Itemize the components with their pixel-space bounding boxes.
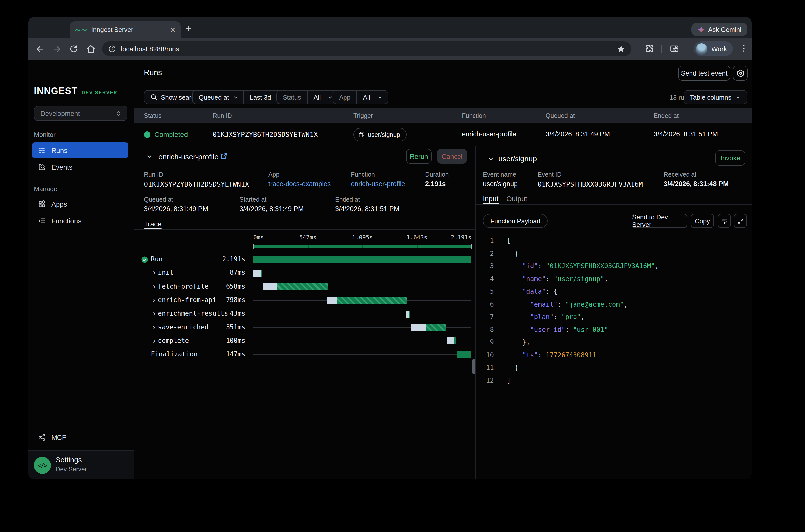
sidebar-item-functions[interactable]: Functions — [32, 213, 128, 228]
trace-span-row-enrichment-results[interactable]: enrichment-results43ms — [134, 307, 476, 321]
code-line: 1[ — [476, 237, 752, 250]
check-circle-icon — [141, 256, 148, 263]
code-line: 5 "data": { — [476, 288, 752, 300]
queued-at-filter-label[interactable]: Queued at — [193, 93, 233, 101]
url-text[interactable]: localhost:8288/runs — [121, 45, 617, 53]
trace-span-row-save-enriched[interactable]: save-enriched351ms — [134, 321, 476, 334]
table-row[interactable]: Completed 01KJXSYPZYB6TH2DSDSYETWN1X use… — [134, 124, 752, 146]
profile-chip[interactable]: Work — [694, 41, 733, 56]
tab-input[interactable]: Input — [483, 195, 498, 203]
app-filter[interactable]: App All — [333, 90, 388, 104]
run-id-value: 01KJXSYPZYB6TH2DSDSYETWN1X — [144, 180, 249, 188]
trace-span-row-complete[interactable]: complete100ms — [134, 335, 476, 348]
copy-button[interactable]: Copy — [691, 214, 714, 228]
track-line — [254, 354, 471, 355]
expand-chevron-icon[interactable] — [151, 284, 157, 289]
tab-close-icon[interactable]: ✕ — [170, 26, 176, 34]
status-filter[interactable]: Status All — [276, 90, 339, 104]
tab-title: Inngest Server — [91, 26, 170, 33]
span-track — [254, 307, 471, 321]
collapse-chevron-icon[interactable] — [487, 155, 494, 162]
column-header-run-id[interactable]: Run ID — [212, 112, 232, 119]
trace-span-row-init[interactable]: init87ms — [134, 266, 476, 280]
column-header-status[interactable]: Status — [144, 112, 162, 119]
back-icon[interactable] — [31, 44, 48, 54]
time-range-value[interactable]: Last 3d — [244, 93, 275, 101]
word-wrap-button[interactable] — [718, 214, 731, 228]
app-filter-value[interactable]: All — [357, 93, 377, 101]
sidebar-footer[interactable]: </> Settings Dev Server — [29, 450, 134, 479]
app-link[interactable]: trace-docs-examples — [268, 180, 331, 188]
column-header-ended-at[interactable]: Ended at — [654, 112, 678, 119]
sidebar-item-runs[interactable]: Runs — [32, 142, 128, 158]
site-info-icon[interactable] — [108, 45, 116, 53]
chevron-down-icon — [233, 94, 238, 100]
expand-chevron-icon[interactable] — [151, 338, 157, 344]
ask-gemini-button[interactable]: Ask Gemini — [691, 23, 747, 36]
sidebar-item-mcp[interactable]: MCP — [32, 430, 128, 445]
expand-chevron-icon[interactable] — [151, 270, 157, 276]
bookmark-star-icon[interactable] — [617, 44, 625, 53]
code-line: 3 "id": "01KJXSYPSFHBXX03GRJFV3A16M", — [476, 262, 752, 275]
app-filter-label: App — [333, 93, 356, 101]
invoke-button[interactable]: Invoke — [715, 150, 745, 166]
chevron-down-icon — [377, 94, 382, 100]
trace-span-row-enrich-from-api[interactable]: enrich-from-api798ms — [134, 293, 476, 307]
code-text: "name": "user/signup", — [507, 275, 608, 282]
cancel-button[interactable]: Cancel — [437, 149, 467, 164]
function-link[interactable]: enrich-user-profile — [351, 180, 405, 188]
browser-tab[interactable]: ∼∼ Inngest Server ✕ — [70, 21, 181, 38]
table-columns-button[interactable]: Table columns — [684, 90, 747, 104]
sidebar-item-apps[interactable]: Apps — [32, 196, 128, 211]
browser-menu-icon[interactable] — [739, 44, 748, 53]
trace-span-row-fetch-profile[interactable]: fetch-profile658ms — [134, 280, 476, 293]
column-header-function[interactable]: Function — [462, 112, 486, 119]
track-line — [254, 341, 471, 341]
time-filter[interactable]: Queued at Last 3d — [192, 90, 286, 104]
settings-gear-button[interactable] — [733, 66, 748, 81]
external-link-icon[interactable] — [220, 152, 227, 160]
sidebar-item-events[interactable]: Events — [32, 159, 128, 175]
received-at-value: 3/4/2026, 8:31:48 PM — [663, 180, 729, 188]
code-line: 7 "plan": "pro", — [476, 313, 752, 326]
code-line: 2 { — [476, 250, 752, 262]
column-header-queued-at[interactable]: Queued at — [546, 112, 575, 119]
event-name-label: Event name — [483, 171, 516, 178]
home-icon[interactable] — [82, 44, 99, 54]
avatar — [696, 43, 707, 55]
column-header-trigger[interactable]: Trigger — [354, 112, 373, 119]
span-duration: 147ms — [226, 350, 245, 358]
minimap-handle-right[interactable] — [471, 244, 472, 249]
trigger-pill[interactable]: user/signup — [354, 128, 407, 141]
side-panel-search-icon[interactable] — [670, 44, 679, 54]
function-payload-button[interactable]: Function Payload — [483, 214, 548, 228]
extensions-icon[interactable] — [645, 44, 654, 53]
send-to-dev-server-button[interactable]: Send to Dev Server — [632, 214, 687, 228]
sidebar-item-label: Apps — [51, 200, 67, 208]
expand-chevron-icon[interactable] — [151, 325, 157, 330]
chevron-down-icon — [735, 94, 741, 100]
send-test-event-button[interactable]: Send test event — [678, 66, 730, 81]
span-name: init — [158, 269, 173, 277]
trace-minimap[interactable] — [254, 245, 471, 248]
table-columns-label: Table columns — [690, 93, 731, 101]
settings-label[interactable]: Settings — [56, 456, 82, 464]
main-content: Runs Send test event Show search — [134, 60, 752, 479]
expand-chevron-icon[interactable] — [151, 311, 157, 317]
minimap-handle-left[interactable] — [253, 244, 254, 249]
collapse-chevron-icon[interactable] — [146, 153, 153, 160]
vertical-scrollbar[interactable] — [472, 359, 475, 374]
forward-icon[interactable] — [48, 44, 65, 54]
reload-icon[interactable] — [65, 44, 82, 53]
segment-run — [409, 310, 410, 317]
expand-button[interactable] — [734, 214, 747, 228]
expand-chevron-icon[interactable] — [151, 298, 157, 303]
new-tab-button[interactable]: + — [186, 23, 191, 34]
tab-trace[interactable]: Trace — [144, 220, 162, 228]
status-filter-value[interactable]: All — [308, 93, 328, 101]
environment-select[interactable]: Development — [34, 106, 128, 121]
url-bar[interactable]: localhost:8288/runs — [102, 41, 631, 56]
tab-output[interactable]: Output — [506, 195, 527, 203]
rerun-button[interactable]: Rerun — [406, 149, 432, 164]
queued-at-label: Queued at — [144, 196, 173, 203]
